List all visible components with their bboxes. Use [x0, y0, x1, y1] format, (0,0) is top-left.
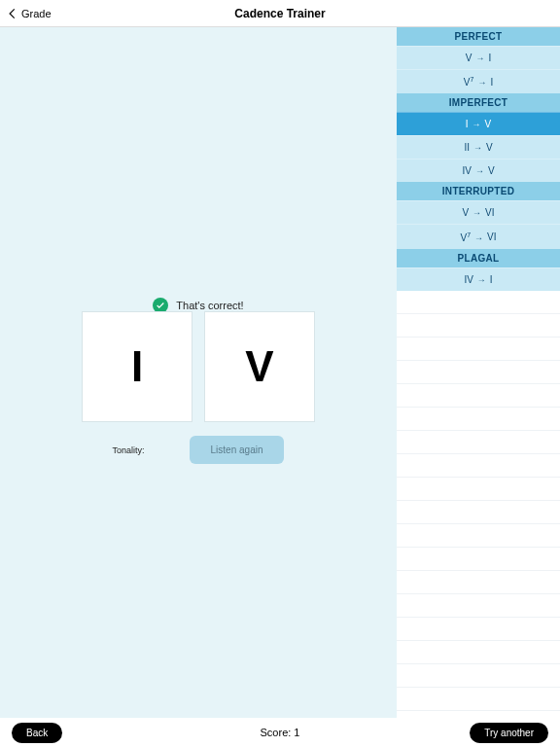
answer-cards: I V: [82, 311, 315, 422]
cadence-item[interactable]: V7→VI: [397, 224, 560, 248]
page-title: Cadence Trainer: [234, 7, 325, 20]
cadence-category-header: INTERRUPTED: [397, 182, 560, 200]
cadence-item[interactable]: V→I: [397, 46, 560, 69]
content-area: That's correct! I V Tonality: Listen aga…: [0, 27, 397, 718]
answer-card-second: V: [204, 311, 315, 422]
cadence-item[interactable]: V→VI: [397, 200, 560, 224]
footer: Back Score: 1 Try another: [0, 718, 560, 747]
feedback-text: That's correct!: [176, 300, 243, 311]
back-grade-label: Grade: [21, 8, 52, 19]
tonality-label: Tonality:: [113, 445, 145, 455]
listen-again-button[interactable]: Listen again: [190, 436, 285, 464]
header: Grade Cadence Trainer: [0, 0, 560, 27]
arrow-left-icon: [6, 7, 19, 20]
controls-row: Tonality: Listen again: [0, 436, 397, 464]
answer-card-first: I: [82, 311, 192, 422]
cadence-item[interactable]: V7→I: [397, 69, 560, 93]
back-grade-button[interactable]: Grade: [0, 7, 52, 20]
back-button[interactable]: Back: [12, 723, 62, 743]
cadence-item[interactable]: IV→I: [397, 267, 560, 291]
score-label: Score: 1: [261, 727, 300, 738]
cadence-category-header: IMPERFECT: [397, 93, 560, 112]
sidebar-lines: [397, 291, 560, 718]
cadence-item[interactable]: II→V: [397, 135, 560, 159]
cadence-list: PERFECTV→IV7→IIMPERFECTI→VII→VIV→VINTERR…: [397, 27, 560, 291]
main: That's correct! I V Tonality: Listen aga…: [0, 27, 560, 718]
cadence-sidebar: PERFECTV→IV7→IIMPERFECTI→VII→VIV→VINTERR…: [397, 27, 560, 718]
cadence-category-header: PERFECT: [397, 27, 560, 46]
try-another-button[interactable]: Try another: [470, 723, 548, 743]
cadence-item[interactable]: I→V: [397, 112, 560, 135]
cadence-category-header: PLAGAL: [397, 249, 560, 267]
cadence-item[interactable]: IV→V: [397, 159, 560, 182]
